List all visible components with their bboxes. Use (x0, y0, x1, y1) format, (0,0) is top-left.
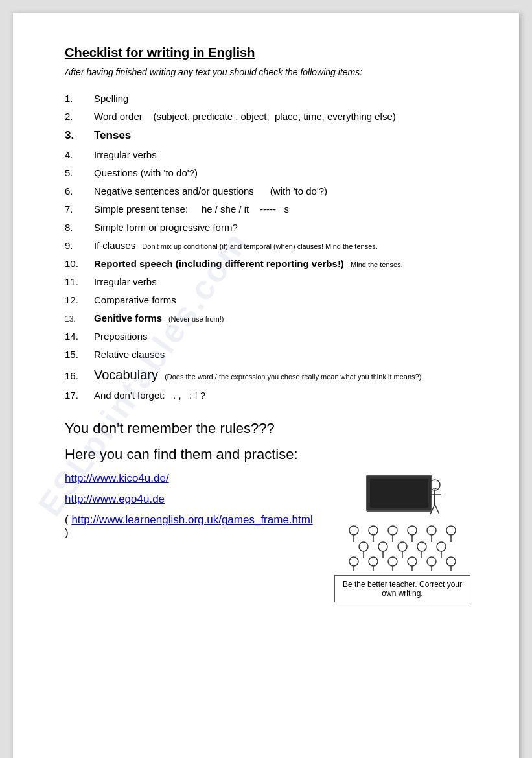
svg-point-10 (408, 526, 417, 535)
item-text: Irregular verbs (94, 275, 474, 289)
item-note: Mind the tenses. (351, 261, 403, 268)
document-page: ESLprintables.com Checklist for writing … (13, 13, 519, 758)
item-number: 17. (65, 388, 94, 402)
svg-point-8 (369, 526, 378, 535)
page-title: Checklist for writing in English (65, 45, 474, 60)
item-number: 5. (65, 166, 94, 180)
list-item: 16. Vocabulary (Does the word / the expr… (65, 366, 474, 384)
item-text: Genitive forms (Never use from!) (94, 311, 474, 326)
list-item: 2. Word order (subject, predicate , obje… (65, 110, 474, 123)
svg-point-18 (349, 557, 358, 566)
list-item: 4. Irregular verbs (65, 148, 474, 161)
item-number: 13. (65, 314, 94, 325)
item-number: 11. (65, 275, 94, 289)
item-number: 14. (65, 329, 94, 343)
paren-link-row: ( http://www.learnenglish.org.uk/games_f… (65, 514, 318, 539)
list-item: 15. Relative clauses (65, 348, 474, 361)
svg-point-16 (417, 542, 426, 551)
svg-point-7 (349, 526, 358, 535)
reminder-text: You don't remember the rules??? (65, 420, 474, 437)
svg-line-6 (435, 504, 439, 514)
svg-rect-1 (370, 479, 428, 508)
svg-point-15 (398, 542, 407, 551)
links-column: http://www.kico4u.de/ http://www.ego4u.d… (65, 472, 318, 539)
svg-point-9 (388, 526, 397, 535)
svg-point-21 (408, 557, 417, 566)
illustration-column: Be the better teacher. Correct your own … (331, 472, 474, 602)
svg-point-12 (446, 526, 456, 535)
item-text: Relative clauses (94, 348, 474, 361)
item-text: Comparative forms (94, 293, 474, 307)
item-text: Prepositions (94, 329, 474, 343)
checklist: 1. Spelling 2. Word order (subject, pred… (65, 91, 474, 402)
item-number: 9. (65, 239, 94, 252)
item-note: (Does the word / the expression you chos… (165, 373, 421, 381)
item-text: If-clauses Don't mix up conditional (if)… (94, 239, 474, 252)
svg-point-23 (446, 557, 456, 566)
link-ego4u[interactable]: http://www.ego4u.de (65, 493, 318, 506)
svg-point-19 (369, 557, 378, 566)
caption-box: Be the better teacher. Correct your own … (334, 575, 470, 602)
list-item: 9. If-clauses Don't mix up conditional (… (65, 239, 474, 252)
list-item: 8. Simple form or progressive form? (65, 220, 474, 234)
list-item: 17. And don't forget: . , : ! ? (65, 388, 474, 402)
list-item: 10. Reported speech (including different… (65, 257, 474, 270)
svg-point-17 (437, 542, 446, 551)
bottom-section: You don't remember the rules??? Here you… (65, 420, 474, 602)
link-learnenglish[interactable]: http://www.learnenglish.org.uk/games_fra… (71, 514, 312, 526)
classroom-svg (334, 472, 470, 573)
item-number: 8. (65, 220, 94, 234)
item-number: 2. (65, 110, 94, 123)
item-text: Vocabulary (Does the word / the expressi… (94, 366, 474, 384)
item-number: 15. (65, 348, 94, 361)
item-note: (Never use from!) (168, 315, 224, 323)
paren-open: ( (65, 514, 71, 526)
svg-point-20 (388, 557, 397, 566)
bottom-row: http://www.kico4u.de/ http://www.ego4u.d… (65, 472, 474, 602)
item-text: Irregular verbs (94, 148, 474, 161)
item-text: Spelling (94, 91, 474, 105)
item-text: Reported speech (including different rep… (94, 257, 474, 270)
svg-point-14 (378, 542, 387, 551)
svg-point-11 (427, 526, 436, 535)
item-text: And don't forget: . , : ! ? (94, 388, 474, 402)
svg-point-22 (427, 557, 436, 566)
item-number: 1. (65, 91, 94, 105)
paren-close: ) (65, 527, 69, 539)
page-subtitle: After having finished writing any text y… (65, 67, 474, 77)
item-text: Simple present tense: he / she / it ----… (94, 202, 474, 216)
practice-text: Here you can find them and practise: (65, 446, 474, 463)
item-text: Word order (subject, predicate , object,… (94, 110, 474, 123)
list-item: 14. Prepositions (65, 329, 474, 343)
item-note: Don't mix up conditional (if) and tempor… (142, 243, 377, 250)
item-number: 6. (65, 184, 94, 198)
link-kico4u[interactable]: http://www.kico4u.de/ (65, 472, 318, 485)
item-number: 7. (65, 202, 94, 216)
item-number: 3. (65, 128, 94, 143)
item-text: Negative sentences and/or questions (wit… (94, 184, 474, 198)
item-number: 16. (65, 369, 94, 383)
item-text: Tenses (94, 128, 474, 143)
item-number: 10. (65, 257, 94, 270)
list-item: 6. Negative sentences and/or questions (… (65, 184, 474, 198)
list-item-tenses: 3. Tenses (65, 128, 474, 143)
item-number: 4. (65, 148, 94, 161)
item-number: 12. (65, 293, 94, 307)
item-text: Simple form or progressive form? (94, 220, 474, 234)
list-item: 13. Genitive forms (Never use from!) (65, 311, 474, 326)
list-item: 1. Spelling (65, 91, 474, 105)
list-item: 5. Questions (with 'to do'?) (65, 166, 474, 180)
list-item: 7. Simple present tense: he / she / it -… (65, 202, 474, 216)
list-item: 11. Irregular verbs (65, 275, 474, 289)
item-text: Questions (with 'to do'?) (94, 166, 474, 180)
svg-point-13 (359, 542, 368, 551)
list-item: 12. Comparative forms (65, 293, 474, 307)
